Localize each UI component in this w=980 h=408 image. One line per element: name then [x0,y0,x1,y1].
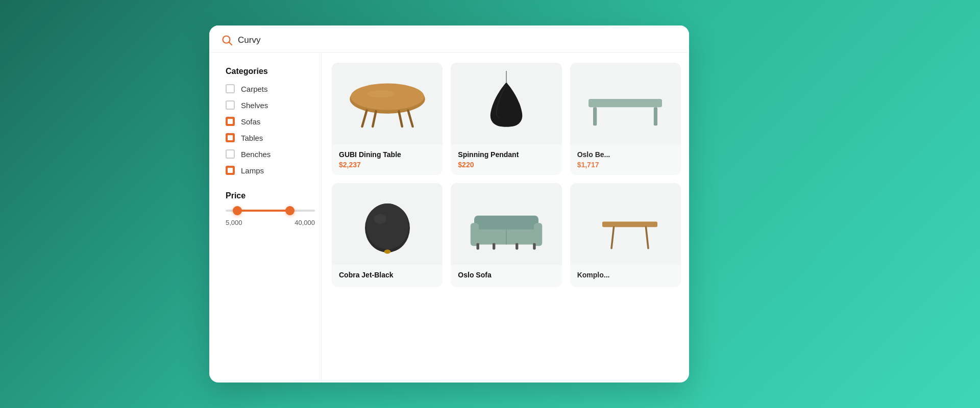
checkbox-lamps[interactable] [226,166,235,175]
svg-point-8 [366,90,394,97]
checkbox-sofas[interactable] [226,117,235,126]
product-name-komplo: Komplo... [577,271,674,279]
category-list: Carpets Shelves Sofas Tables [226,84,311,175]
price-labels: 5,000 40,000 [226,219,315,226]
price-min-label: 5,000 [226,219,242,226]
category-item-sofas[interactable]: Sofas [226,117,311,126]
product-price-oslo-bench: $1,717 [577,161,674,169]
sofa-illustration [460,191,552,257]
svg-rect-21 [534,223,542,246]
category-label-benches: Benches [241,150,271,159]
svg-line-5 [399,111,402,126]
product-name-spinning-pendant: Spinning Pendant [458,150,554,159]
product-info-cobra-jet: Cobra Jet-Black [332,265,443,287]
product-card-oslo-sofa[interactable]: Oslo Sofa [451,183,561,287]
svg-rect-20 [471,223,479,246]
price-slider-thumb-min[interactable] [233,206,242,215]
search-bar: Curvy [209,26,689,53]
svg-rect-10 [589,99,662,107]
product-image-spinning-pendant [451,63,561,144]
product-card-gubi-dining[interactable]: GUBI Dining Table $2,237 [332,63,443,175]
category-label-shelves: Shelves [241,101,268,110]
category-item-carpets[interactable]: Carpets [226,84,311,93]
main-area: Categories Carpets Shelves Sofas [209,53,689,382]
bench-illustration [579,73,671,134]
svg-line-4 [373,111,376,126]
svg-line-28 [611,227,614,248]
svg-point-14 [366,203,408,249]
svg-rect-17 [385,249,388,252]
category-label-lamps: Lamps [241,166,264,175]
svg-rect-12 [654,107,657,125]
product-name-gubi-dining: GUBI Dining Table [339,150,435,159]
price-max-label: 40,000 [295,219,315,226]
product-grid-area: GUBI Dining Table $2,237 [322,53,689,382]
product-image-komplo [570,183,681,265]
product-card-oslo-bench[interactable]: Oslo Be... $1,717 [570,63,681,175]
product-image-cobra-jet [332,183,443,265]
product-row-2: Cobra Jet-Black [332,183,681,287]
price-section: Price 5,000 40,000 [226,191,311,226]
checkbox-carpets[interactable] [226,84,235,93]
product-info-komplo: Komplo... [570,265,681,287]
checkbox-tables[interactable] [226,133,235,142]
svg-rect-25 [533,243,535,250]
category-item-benches[interactable]: Benches [226,149,311,159]
search-input[interactable]: Curvy [238,35,677,45]
svg-point-15 [374,214,386,224]
pendant-lamp-illustration [465,68,547,139]
product-card-cobra-jet[interactable]: Cobra Jet-Black [332,183,443,287]
checkbox-benches[interactable] [226,149,235,159]
svg-line-29 [646,227,649,248]
product-image-oslo-bench [570,63,681,144]
checkbox-shelves[interactable] [226,100,235,110]
side-table-illustration [579,193,671,254]
product-name-cobra-jet: Cobra Jet-Black [339,271,435,279]
product-card-komplo[interactable]: Komplo... [570,183,681,287]
svg-rect-22 [476,243,479,250]
category-item-tables[interactable]: Tables [226,133,311,142]
price-slider-thumb-max[interactable] [285,206,295,215]
svg-rect-11 [593,107,597,125]
svg-line-1 [229,42,232,45]
svg-rect-23 [493,243,495,250]
product-row-1: GUBI Dining Table $2,237 [332,63,681,175]
product-name-oslo-bench: Oslo Be... [577,150,674,159]
main-panel: Curvy Categories Carpets Shelves [209,26,689,382]
category-label-tables: Tables [241,134,263,142]
product-info-spinning-pendant: Spinning Pendant $220 [451,144,561,175]
category-label-sofas: Sofas [241,117,260,126]
product-image-gubi-dining [332,63,443,144]
product-image-oslo-sofa [451,183,561,265]
product-name-oslo-sofa: Oslo Sofa [458,271,554,279]
sidebar: Categories Carpets Shelves Sofas [209,53,322,382]
svg-rect-27 [602,222,657,227]
categories-title: Categories [226,67,311,76]
category-item-shelves[interactable]: Shelves [226,100,311,110]
price-title: Price [226,191,311,200]
product-price-gubi-dining: $2,237 [339,161,435,169]
svg-rect-24 [516,243,518,250]
price-slider-fill [237,210,290,212]
dining-table-illustration [341,73,433,134]
product-info-oslo-sofa: Oslo Sofa [451,265,561,287]
category-label-carpets: Carpets [241,85,268,93]
search-icon [222,35,233,46]
svg-line-3 [362,111,366,127]
category-item-lamps[interactable]: Lamps [226,166,311,175]
price-slider-track[interactable] [226,210,315,212]
product-info-oslo-bench: Oslo Be... $1,717 [570,144,681,175]
product-card-spinning-pendant[interactable]: Spinning Pendant $220 [451,63,561,175]
svg-line-6 [408,111,412,127]
product-info-gubi-dining: GUBI Dining Table $2,237 [332,144,443,175]
product-price-spinning-pendant: $220 [458,161,554,169]
cobra-vase-illustration [347,188,428,260]
